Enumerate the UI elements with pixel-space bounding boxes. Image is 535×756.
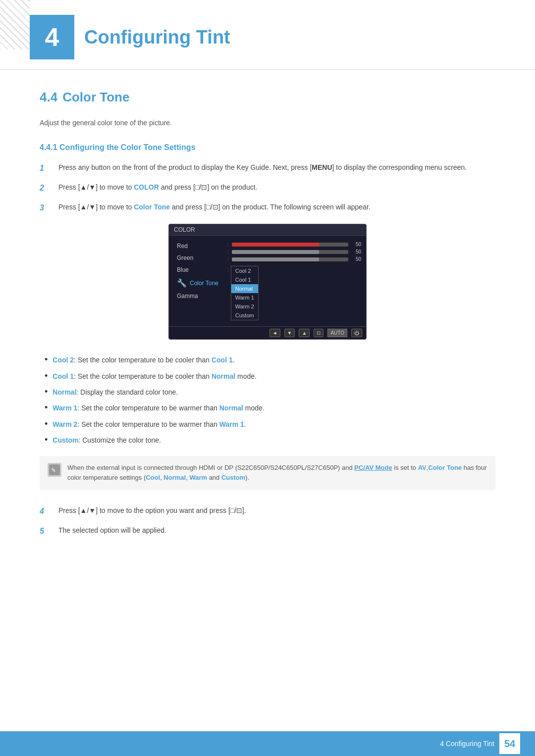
bullet-dot: • [45,403,48,413]
color-tone-note-label: Color Tone [428,464,462,471]
bar-blue: : 50 [227,256,361,262]
step-5-text: The selected option will be applied. [58,525,495,536]
dropdown-colon: : [227,267,229,272]
monitor-right: : 50 : 50 : [227,242,361,320]
ctrl-down: ▼ [284,329,295,337]
ctrl-left: ◄ [269,329,280,337]
hatch-decoration [0,0,30,50]
bar-red: : 50 [227,242,361,247]
color-tone-label: Color Tone [134,203,170,211]
bullet-normal-text: Normal: Display the standard color tone. [53,387,178,398]
bullet-dot: • [45,354,48,365]
monitor-menu: Red Green Blue 🔧 Color Tone Gamma [174,242,223,320]
monitor-screenshot: COLOR Red Green Blue 🔧 Color Tone Gamma … [168,224,367,340]
cool2-term: Cool 2 [53,356,74,364]
steps-list: 1 Press any button on the front of the p… [40,162,495,214]
bullet-dot: • [45,419,48,430]
bullet-warm2-text: Warm 2: Set the color temperature to be … [53,419,246,430]
opt-normal: Normal [231,284,258,293]
cool1-ref: Cool 1 [212,356,233,364]
bullet-cool2-text: Cool 2: Set the color temperature to be … [53,354,234,365]
footer-chapter-label: 4 Configuring Tint [440,740,494,748]
subsection-heading: 4.4.1 Configuring the Color Tone Setting… [40,143,495,152]
step-2-text: Press [▲/▼] to move to COLOR and press [… [58,182,495,193]
ctrl-up: ▲ [299,329,310,337]
bar-colon-b: : [227,256,229,262]
chapter-header: 4 Configuring Tint [0,0,535,70]
chapter-number: 4 [30,15,74,59]
step-4-text: Press [▲/▼] to move to the option you wa… [58,505,495,516]
subsection-title: Configuring the Color Tone Settings [59,143,195,151]
normal-ref2: Normal [219,404,243,412]
note-text: When the external input is connected thr… [67,463,487,484]
green-bar-fill [232,250,319,254]
normal-note: Normal [163,474,186,481]
page-footer: 4 Configuring Tint 54 [0,731,535,756]
monitor-controls: ◄ ▼ ▲ ⊡ AUTO ⏻ [169,326,366,339]
warm1-term: Warm 1 [53,404,77,412]
menu-blue: Blue [174,265,223,274]
bullet-normal: • Normal: Display the standard color ton… [45,387,495,398]
green-bar-track [232,250,348,254]
bullet-warm1-text: Warm 1: Set the color temperature to be … [53,403,264,413]
monitor-body: Red Green Blue 🔧 Color Tone Gamma : 50 [169,236,366,326]
section-description: Adjust the general color tone of the pic… [40,117,495,128]
custom-note: Custom [221,474,245,481]
menu-color-tone: 🔧 Color Tone [174,277,223,289]
red-bar-track [232,243,348,247]
red-bar-fill [232,243,319,247]
blue-bar-track [232,257,348,261]
opt-cool1: Cool 1 [231,275,258,284]
main-content: 4.4Color Tone Adjust the general color t… [0,90,535,537]
note-icon: ✎ [48,463,61,477]
opt-cool2: Cool 2 [231,266,258,275]
bar-green: : 50 [227,249,361,254]
step-3-text: Press [▲/▼] to move to Color Tone and pr… [58,202,495,212]
steps-list-2: 4 Press [▲/▼] to move to the option you … [40,505,495,537]
blue-bar-value: 50 [351,256,361,262]
opt-custom: Custom [231,311,258,320]
bullet-cool2: • Cool 2: Set the color temperature to b… [45,354,495,365]
warm-note: Warm [189,474,207,481]
menu-gamma: Gamma [174,292,223,301]
opt-warm2: Warm 2 [231,302,258,311]
bullet-warm1: • Warm 1: Set the color temperature to b… [45,403,495,413]
footer-page-number: 54 [499,733,520,754]
bullet-warm2: • Warm 2: Set the color temperature to b… [45,419,495,430]
opt-warm1: Warm 1 [231,293,258,302]
section-number: 4.4 [40,90,57,104]
menu-green: Green [174,253,223,262]
pc-av-mode-link[interactable]: PC/AV Mode [354,464,392,471]
cool1-term: Cool 1 [53,372,74,380]
note-svg-icon: ✎ [49,464,60,475]
color-label: COLOR [134,183,159,191]
chapter-title: Configuring Tint [84,27,230,48]
blue-bar-fill [232,257,319,261]
section-title: Color Tone [62,90,129,104]
bullet-custom: • Custom: Customize the color tone. [45,435,495,446]
bullet-dot: • [45,435,48,446]
av-label: AV [418,464,427,471]
step-5: 5 The selected option will be applied. [40,525,495,538]
menu-red: Red [174,242,223,251]
bullet-cool1: • Cool 1: Set the color temperature to b… [45,371,495,382]
section-heading: 4.4Color Tone [40,90,495,107]
normal-ref: Normal [212,372,235,380]
step-1-number: 1 [40,162,54,175]
bar-colon: : [227,242,229,247]
dropdown-options: Cool 2 Cool 1 Normal Warm 1 Warm 2 Custo… [231,266,259,320]
green-bar-value: 50 [351,249,361,254]
red-bar-value: 50 [351,242,361,247]
step-5-number: 5 [40,525,54,538]
step-3-number: 3 [40,202,54,214]
ctrl-auto: AUTO [327,329,347,337]
step-1: 1 Press any button on the front of the p… [40,162,495,175]
note-box: ✎ When the external input is connected t… [40,456,495,491]
ctrl-enter: ⊡ [314,329,323,337]
bullet-custom-text: Custom: Customize the color tone. [53,435,161,446]
warm2-term: Warm 2 [53,420,77,428]
step-3: 3 Press [▲/▼] to move to Color Tone and … [40,202,495,214]
dropdown-area: : Cool 2 Cool 1 Normal Warm 1 Warm 2 Cus… [227,266,361,320]
normal-term: Normal [53,388,76,396]
bullet-dot: • [45,371,48,382]
